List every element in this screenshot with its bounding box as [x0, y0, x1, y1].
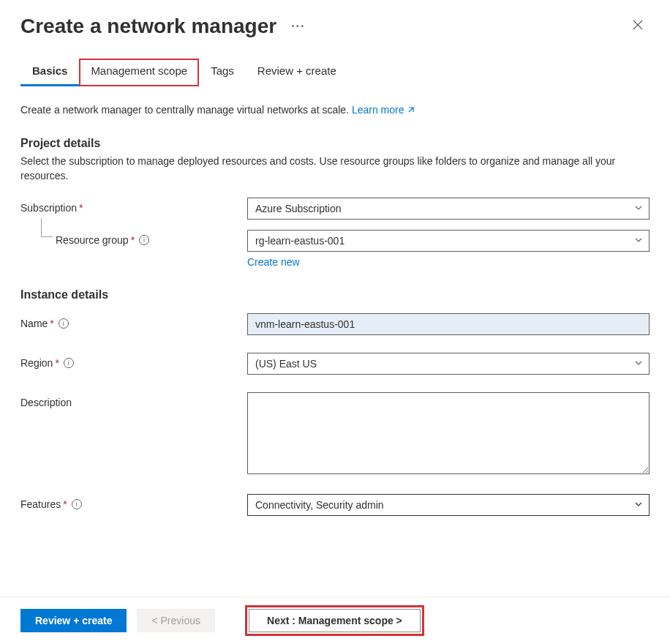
tab-bar: Basics Management scope Tags Review + cr… — [0, 45, 670, 86]
features-select[interactable]: Connectivity, Security admin — [247, 494, 650, 516]
subscription-select[interactable]: Azure Subscription — [247, 198, 650, 220]
review-create-button[interactable]: Review + create — [20, 609, 127, 632]
label-name: Name* i — [20, 313, 247, 329]
learn-more-link[interactable]: Learn more — [352, 104, 416, 116]
label-features: Features* i — [20, 494, 247, 510]
chevron-down-icon — [634, 499, 643, 511]
chevron-down-icon — [634, 203, 643, 214]
section-title-instance-details: Instance details — [20, 288, 650, 302]
previous-button: < Previous — [137, 609, 215, 632]
label-subscription: Subscription* — [20, 198, 247, 214]
next-button[interactable]: Next : Management scope > — [249, 609, 421, 632]
more-options-icon[interactable]: ··· — [291, 20, 305, 33]
tab-review-create[interactable]: Review + create — [246, 59, 348, 86]
required-indicator: * — [50, 318, 53, 329]
chevron-down-icon — [634, 358, 643, 370]
page-title: Create a network manager — [20, 15, 276, 38]
required-indicator: * — [55, 357, 59, 369]
name-input[interactable] — [247, 313, 650, 335]
close-button[interactable] — [626, 16, 650, 37]
chevron-down-icon — [634, 235, 643, 247]
section-desc-project-details: Select the subscription to manage deploy… — [20, 154, 650, 183]
label-description: Description — [20, 392, 247, 408]
info-icon[interactable]: i — [59, 318, 69, 329]
tab-tags[interactable]: Tags — [199, 59, 246, 86]
external-link-icon — [407, 105, 415, 116]
description-textarea[interactable] — [247, 392, 650, 474]
tab-basics[interactable]: Basics — [20, 59, 79, 86]
info-icon[interactable]: i — [139, 235, 149, 245]
label-resource-group: Resource group* i — [20, 230, 247, 246]
region-select[interactable]: (US) East US — [247, 353, 650, 375]
intro-text-body: Create a network manager to centrally ma… — [20, 104, 352, 116]
required-indicator: * — [79, 202, 83, 214]
close-icon — [632, 19, 644, 31]
intro-text: Create a network manager to centrally ma… — [20, 104, 650, 116]
info-icon[interactable]: i — [72, 499, 82, 509]
info-icon[interactable]: i — [64, 358, 74, 368]
required-indicator: * — [63, 498, 67, 510]
tab-management-scope[interactable]: Management scope — [79, 59, 199, 86]
label-region: Region* i — [20, 353, 247, 369]
footer-bar: Review + create < Previous Next : Manage… — [0, 596, 670, 644]
required-indicator: * — [131, 234, 135, 246]
create-new-link[interactable]: Create new — [247, 256, 300, 268]
indent-connector — [41, 218, 53, 237]
resource-group-select[interactable]: rg-learn-eastus-001 — [247, 230, 650, 252]
section-title-project-details: Project details — [20, 137, 650, 150]
